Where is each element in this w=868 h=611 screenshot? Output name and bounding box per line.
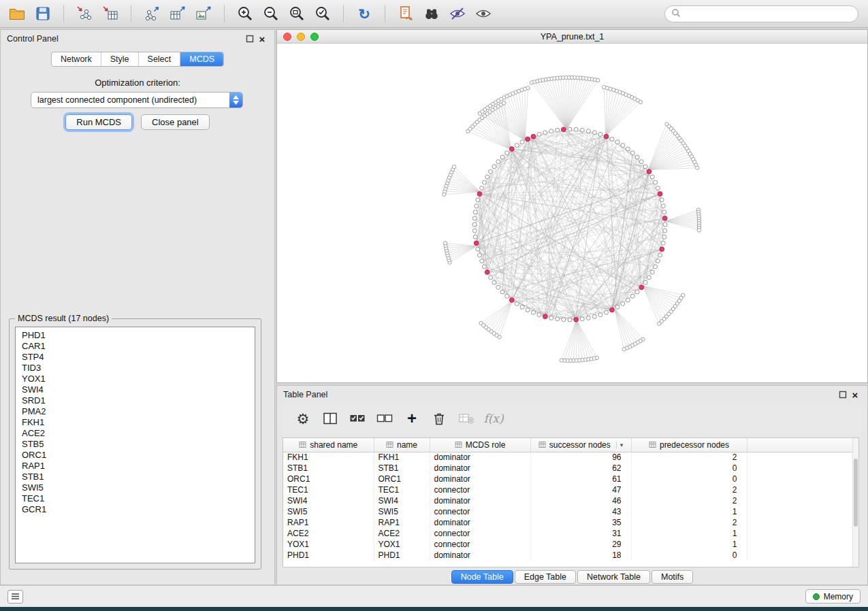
search-box[interactable] xyxy=(664,5,858,22)
criterion-select[interactable]: largest connected component (undirected) xyxy=(31,92,243,108)
close-window-icon[interactable] xyxy=(283,33,291,41)
cell-predecessors: 2 xyxy=(631,484,747,495)
network-canvas[interactable] xyxy=(277,44,867,382)
network-window: YPA_prune.txt_1 xyxy=(276,29,868,383)
deselect-all-columns-icon[interactable] xyxy=(372,408,397,429)
mcds-result-item[interactable]: STB5 xyxy=(22,439,248,450)
network-graph[interactable] xyxy=(277,44,867,382)
search-input[interactable] xyxy=(685,8,852,20)
mcds-result-list[interactable]: PHD1CAR1STP4TID3YOX1SWI4SRD1PMA2FKH1ACE2… xyxy=(15,327,255,563)
table-toolbar: ⚙ + f(x) xyxy=(283,405,862,432)
open-folder-icon[interactable] xyxy=(5,3,29,24)
mcds-result-item[interactable]: GCR1 xyxy=(22,504,248,515)
import-table-icon[interactable] xyxy=(99,3,122,24)
table-row[interactable]: STB1STB1dominator620 xyxy=(283,463,858,474)
node-table[interactable]: shared name name MCDS role successor nod… xyxy=(283,437,859,567)
zoom-out-icon[interactable] xyxy=(259,3,283,24)
mcds-result-item[interactable]: STB1 xyxy=(22,472,248,482)
table-row[interactable]: RAP1RAP1dominator352 xyxy=(283,517,858,528)
close-panel-icon[interactable]: × xyxy=(849,389,861,400)
mcds-result-item[interactable]: ORC1 xyxy=(22,450,248,461)
mcds-result-item[interactable]: SWI5 xyxy=(22,482,248,493)
column-header-predecessor-nodes[interactable]: predecessor nodes xyxy=(631,438,747,452)
network-window-title: YPA_prune.txt_1 xyxy=(541,32,605,42)
tab-style[interactable]: Style xyxy=(101,52,139,66)
table-row[interactable]: ORC1ORC1dominator610 xyxy=(283,474,858,484)
delete-table-icon-disabled xyxy=(454,408,479,429)
cell-successors: 18 xyxy=(530,550,631,561)
zoom-selected-icon[interactable] xyxy=(311,3,334,24)
import-network-icon[interactable] xyxy=(73,3,96,24)
export-network-icon[interactable] xyxy=(140,3,163,24)
control-panel: Control Panel × Network Style Select MCD… xyxy=(0,29,275,585)
panel-menu-icon[interactable] xyxy=(7,590,23,604)
close-panel-icon[interactable]: × xyxy=(256,33,268,44)
mcds-result-item[interactable]: TID3 xyxy=(22,363,248,374)
hide-selected-icon[interactable] xyxy=(446,3,469,24)
share-document-icon[interactable] xyxy=(394,3,417,24)
column-header-shared-name[interactable]: shared name xyxy=(283,438,374,452)
table-row[interactable]: FKH1FKH1dominator962 xyxy=(283,452,858,463)
export-image-icon[interactable] xyxy=(192,3,215,24)
table-row[interactable]: SWI4SWI4dominator462 xyxy=(283,495,858,506)
minimize-window-icon[interactable] xyxy=(297,33,305,41)
table-row[interactable]: TEC1TEC1connector472 xyxy=(283,484,858,495)
control-panel-title: Control Panel xyxy=(7,34,59,44)
mcds-result-item[interactable]: PHD1 xyxy=(22,330,248,341)
mcds-result-item[interactable]: CAR1 xyxy=(22,341,248,352)
column-header-name[interactable]: name xyxy=(374,438,430,452)
run-mcds-button[interactable]: Run MCDS xyxy=(65,114,132,130)
tab-network-table[interactable]: Network Table xyxy=(577,570,650,584)
mcds-result-item[interactable]: SWI4 xyxy=(22,384,248,395)
binoculars-icon[interactable] xyxy=(420,3,443,24)
export-table-icon[interactable] xyxy=(166,3,189,24)
mcds-result-item[interactable]: ACE2 xyxy=(22,428,248,439)
zoom-in-icon[interactable] xyxy=(234,3,257,24)
tab-network[interactable]: Network xyxy=(52,52,101,66)
refresh-icon[interactable]: ↻ xyxy=(353,3,376,24)
tab-edge-table[interactable]: Edge Table xyxy=(515,570,576,584)
table-row[interactable]: SWI5SWI5connector431 xyxy=(283,506,858,517)
table-settings-gear-icon[interactable]: ⚙ xyxy=(291,408,315,429)
cell-role: connector xyxy=(430,484,530,495)
cell-name: ACE2 xyxy=(374,528,430,539)
mcds-result-item[interactable]: FKH1 xyxy=(22,417,248,428)
select-all-columns-icon[interactable] xyxy=(345,408,370,429)
table-row[interactable]: ACE2ACE2connector311 xyxy=(283,528,858,539)
gear-glyph: ⚙ xyxy=(297,412,310,426)
table-row[interactable]: PHD1PHD1dominator180 xyxy=(283,550,858,561)
sort-dropdown-icon[interactable]: ▾ xyxy=(616,442,624,448)
table-row[interactable]: YOX1YOX1connector291 xyxy=(283,539,858,550)
tab-mcds[interactable]: MCDS xyxy=(180,52,223,66)
mcds-result-item[interactable]: SRD1 xyxy=(22,395,248,406)
delete-column-trash-icon[interactable] xyxy=(427,408,451,429)
save-icon[interactable] xyxy=(31,3,54,24)
tab-select[interactable]: Select xyxy=(139,52,181,66)
column-header-successor-nodes[interactable]: successor nodes ▾ xyxy=(530,438,631,452)
show-all-icon[interactable] xyxy=(472,3,495,24)
tab-motifs[interactable]: Motifs xyxy=(652,570,693,584)
zoom-fit-icon[interactable] xyxy=(285,3,308,24)
cell-filler xyxy=(747,528,858,539)
column-layout-icon[interactable] xyxy=(318,408,342,429)
float-panel-icon[interactable] xyxy=(837,389,849,400)
scrollbar-thumb[interactable] xyxy=(854,459,858,527)
zoom-window-icon[interactable] xyxy=(310,33,319,41)
cell-filler xyxy=(747,550,858,561)
mcds-result-item[interactable]: RAP1 xyxy=(22,461,248,472)
create-column-plus-icon[interactable]: + xyxy=(400,408,424,429)
column-header-mcds-role[interactable]: MCDS role xyxy=(430,438,530,452)
cell-predecessors: 0 xyxy=(631,474,747,484)
mcds-result-item[interactable]: PMA2 xyxy=(22,406,248,417)
table-scrollbar[interactable] xyxy=(852,438,858,567)
mcds-result-item[interactable]: STP4 xyxy=(22,352,248,363)
float-panel-icon[interactable] xyxy=(244,33,256,44)
table-grid-icon xyxy=(649,441,656,448)
mcds-result-item[interactable]: TEC1 xyxy=(22,493,248,504)
network-window-titlebar[interactable]: YPA_prune.txt_1 xyxy=(277,30,867,44)
memory-button[interactable]: Memory xyxy=(805,589,861,604)
tab-node-table[interactable]: Node Table xyxy=(451,570,513,584)
cell-name: TEC1 xyxy=(374,484,430,495)
close-panel-button[interactable]: Close panel xyxy=(141,114,210,130)
mcds-result-item[interactable]: YOX1 xyxy=(22,374,248,384)
